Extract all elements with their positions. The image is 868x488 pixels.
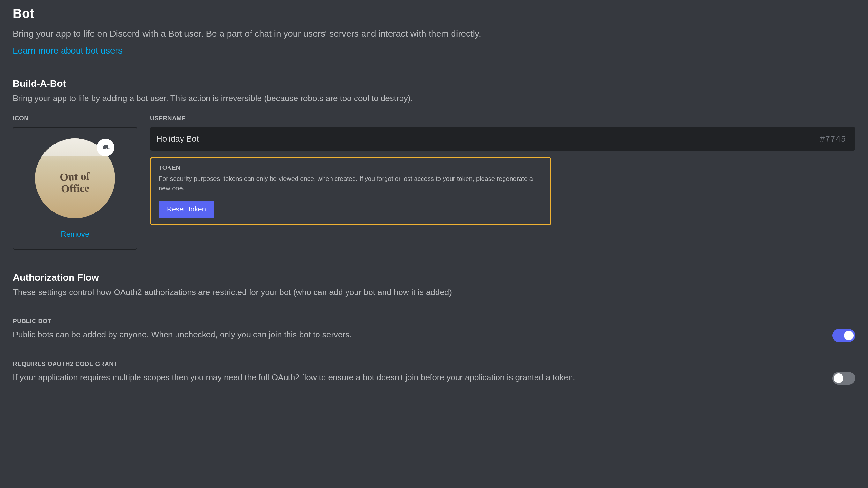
username-label: USERNAME xyxy=(150,115,855,122)
oauth-grant-desc: If your application requires multiple sc… xyxy=(13,371,832,384)
oauth-grant-toggle[interactable] xyxy=(832,372,855,385)
page-subtitle: Bring your app to life on Discord with a… xyxy=(13,27,855,40)
username-row: #7745 xyxy=(150,127,855,151)
learn-more-link[interactable]: Learn more about bot users xyxy=(13,45,123,56)
username-input[interactable] xyxy=(150,127,811,151)
remove-icon-link[interactable]: Remove xyxy=(61,230,89,238)
token-box: TOKEN For security purposes, tokens can … xyxy=(150,157,552,225)
token-desc: For security purposes, tokens can only b… xyxy=(159,174,543,193)
auth-flow-title: Authorization Flow xyxy=(13,272,855,283)
build-a-bot-title: Build-A-Bot xyxy=(13,78,855,89)
reset-token-button[interactable]: Reset Token xyxy=(159,201,214,218)
public-bot-label: PUBLIC BOT xyxy=(13,318,832,325)
discriminator: #7745 xyxy=(811,127,855,151)
token-label: TOKEN xyxy=(159,164,543,171)
auth-flow-desc: These settings control how OAuth2 author… xyxy=(13,286,855,298)
upload-image-icon[interactable] xyxy=(97,139,114,156)
icon-label: ICON xyxy=(13,115,137,122)
oauth-grant-label: REQUIRES OAUTH2 CODE GRANT xyxy=(13,360,832,367)
build-a-bot-desc: Bring your app to life by adding a bot u… xyxy=(13,92,855,105)
public-bot-desc: Public bots can be added by anyone. When… xyxy=(13,328,832,341)
public-bot-toggle[interactable] xyxy=(832,329,855,342)
page-title: Bot xyxy=(13,6,855,21)
icon-upload-box[interactable]: Out of Office Remove xyxy=(13,127,137,250)
